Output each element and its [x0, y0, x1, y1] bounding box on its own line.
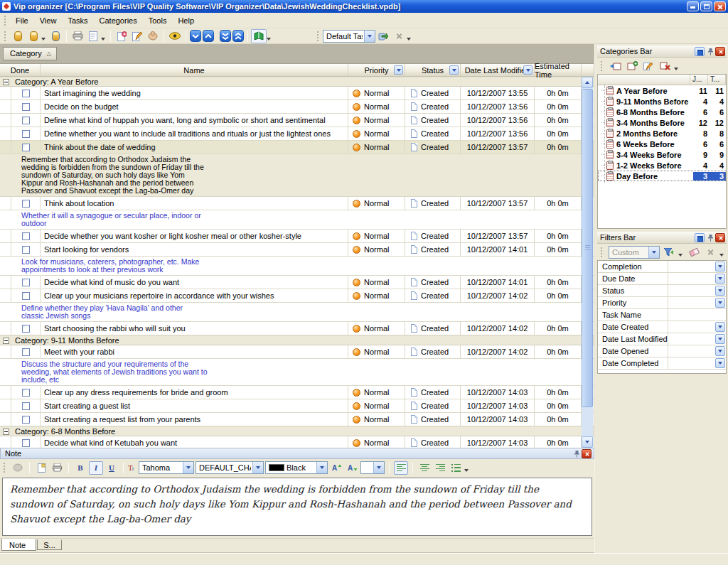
collapse-icon[interactable]	[3, 429, 9, 435]
category-item[interactable]: 9-11 Months Before44	[598, 96, 726, 107]
tab-note[interactable]: Note	[1, 539, 36, 551]
apply-view-button[interactable]	[375, 29, 391, 43]
task-done-checkbox[interactable]	[22, 279, 30, 286]
font-color-select[interactable]: Black	[265, 461, 328, 474]
open-database-button[interactable]	[26, 29, 41, 43]
task-done-checkbox[interactable]	[22, 103, 30, 111]
priority-filter-dropdown[interactable]	[394, 65, 403, 75]
filter-dropdown-button[interactable]	[715, 346, 725, 356]
column-header-done[interactable]: Done	[0, 64, 41, 76]
filter-dropdown-button[interactable]	[715, 298, 725, 308]
align-right-button[interactable]	[433, 461, 447, 475]
task-done-checkbox[interactable]	[22, 439, 30, 447]
align-center-button[interactable]	[417, 461, 432, 475]
task-row[interactable]: Clear up any dress requirements for brid…	[0, 386, 594, 399]
category-item[interactable]: 6-8 Months Before66	[598, 107, 726, 117]
category-item[interactable]: 2 Months Before88	[598, 128, 726, 139]
filters-toolbar-more-icon[interactable]	[719, 254, 724, 257]
collapse-icon[interactable]	[3, 79, 9, 85]
category-item[interactable]: Day Before33	[598, 171, 726, 181]
underline-button[interactable]: U	[105, 461, 119, 475]
font-color-dropdown-button[interactable]	[316, 462, 327, 473]
task-row[interactable]: Decide what kind of Ketubah you wantNorm…	[0, 436, 594, 448]
date-filter-dropdown[interactable]	[523, 65, 532, 75]
filter-preset-select[interactable]: Custom	[609, 246, 660, 259]
column-header-date-modified[interactable]: Date Last Modified	[461, 64, 535, 76]
bullet-list-button[interactable]	[449, 461, 463, 475]
collapse-icon[interactable]	[3, 338, 9, 344]
scroll-down-button[interactable]	[582, 436, 593, 448]
notes-panel-toggle-button[interactable]	[251, 29, 267, 43]
font-name-select[interactable]: Tahoma	[139, 461, 194, 474]
task-row[interactable]: Start looking for vendorsNormalCreated10…	[0, 243, 594, 257]
task-row[interactable]: Decide on the budgetNormalCreated10/12/2…	[0, 100, 594, 114]
filter-dropdown-button[interactable]	[715, 322, 725, 332]
tab-s[interactable]: S...	[37, 539, 62, 550]
delete-category-button[interactable]	[658, 59, 672, 72]
charset-select[interactable]: DEFAULT_CHAR	[196, 461, 264, 474]
categories-close-button[interactable]	[715, 47, 725, 56]
filters-pin-button[interactable]	[705, 233, 715, 242]
column-header-estimated-time[interactable]: Estimated Time	[535, 64, 582, 76]
filters-close-button[interactable]	[715, 233, 725, 242]
filter-dropdown-button[interactable]	[715, 286, 725, 296]
bold-button[interactable]: B	[73, 461, 87, 475]
task-done-checkbox[interactable]	[22, 402, 30, 410]
group-by-category-button[interactable]: Category △	[3, 47, 57, 60]
edit-category-button[interactable]	[641, 59, 655, 72]
minimize-button[interactable]	[687, 1, 699, 11]
categories-column-j[interactable]: J...	[690, 75, 708, 85]
edit-task-button[interactable]	[129, 29, 145, 43]
category-item[interactable]: 3-4 Weeks Before99	[598, 149, 726, 160]
shrink-font-button[interactable]: A	[345, 461, 359, 475]
new-note-page-button[interactable]	[34, 461, 48, 475]
task-done-checkbox[interactable]	[22, 117, 30, 124]
task-done-checkbox[interactable]	[22, 90, 30, 97]
categories-pin-button[interactable]	[705, 47, 715, 56]
status-filter-dropdown[interactable]	[449, 65, 459, 75]
menu-tools[interactable]: Tools	[143, 14, 173, 27]
categories-toolbar-more-icon[interactable]	[674, 68, 678, 70]
task-view-dropdown-button[interactable]	[364, 31, 375, 42]
filter-preset-dropdown-button[interactable]	[648, 247, 659, 258]
menu-help[interactable]: Help	[172, 14, 200, 27]
category-group-row[interactable]: Category: 9-11 Months Before	[0, 335, 594, 345]
task-done-checkbox[interactable]	[22, 130, 30, 138]
category-group-row[interactable]: Category: 6-8 Months Before	[0, 426, 594, 436]
print-dropdown-icon[interactable]	[101, 38, 105, 41]
apply-note-button[interactable]	[11, 461, 25, 475]
scrollbar-thumb[interactable]	[582, 89, 593, 407]
print-button[interactable]	[70, 29, 85, 43]
task-row[interactable]: Start creating a guest listNormalCreated…	[0, 399, 594, 413]
categories-column-t[interactable]: T...	[708, 75, 726, 85]
note-text-editor[interactable]: Remember that according to Orthodox Juda…	[2, 478, 592, 536]
move-down-button[interactable]	[189, 29, 202, 43]
task-row[interactable]: Think about the date of weddingNormalCre…	[0, 141, 594, 154]
italic-button[interactable]: I	[89, 461, 103, 475]
categories-restore-button[interactable]	[695, 47, 705, 56]
column-header-name[interactable]: Name	[41, 64, 348, 76]
task-view-select[interactable]: Default Task V	[323, 30, 375, 43]
notes-dropdown-icon[interactable]	[267, 38, 271, 41]
open-database-dropdown-icon[interactable]	[41, 38, 46, 41]
font-name-dropdown-button[interactable]	[183, 462, 193, 473]
filters-restore-button[interactable]	[695, 233, 705, 242]
category-item[interactable]: A Year Before1111	[598, 85, 726, 96]
add-category-button[interactable]	[609, 59, 623, 72]
apply-filter-dropdown-icon[interactable]	[678, 254, 682, 257]
restore-button[interactable]	[700, 1, 712, 11]
delete-view-button[interactable]	[391, 29, 407, 43]
menu-file[interactable]: File	[10, 14, 34, 27]
category-item[interactable]: 6 Weeks Before66	[598, 139, 726, 149]
task-row[interactable]: Start imagining the weddingNormalCreated…	[0, 87, 594, 100]
move-to-top-button[interactable]	[232, 29, 245, 43]
charset-dropdown-button[interactable]	[252, 462, 263, 473]
view-more-dropdown-icon[interactable]	[407, 38, 411, 41]
menu-view[interactable]: View	[34, 14, 63, 27]
complete-task-button[interactable]	[145, 29, 161, 43]
print-preview-button[interactable]	[85, 29, 101, 43]
task-row[interactable]: Think about locationNormalCreated10/12/2…	[0, 197, 594, 210]
note-close-button[interactable]	[582, 449, 592, 458]
vertical-scrollbar[interactable]	[582, 77, 593, 448]
task-done-checkbox[interactable]	[22, 200, 30, 208]
